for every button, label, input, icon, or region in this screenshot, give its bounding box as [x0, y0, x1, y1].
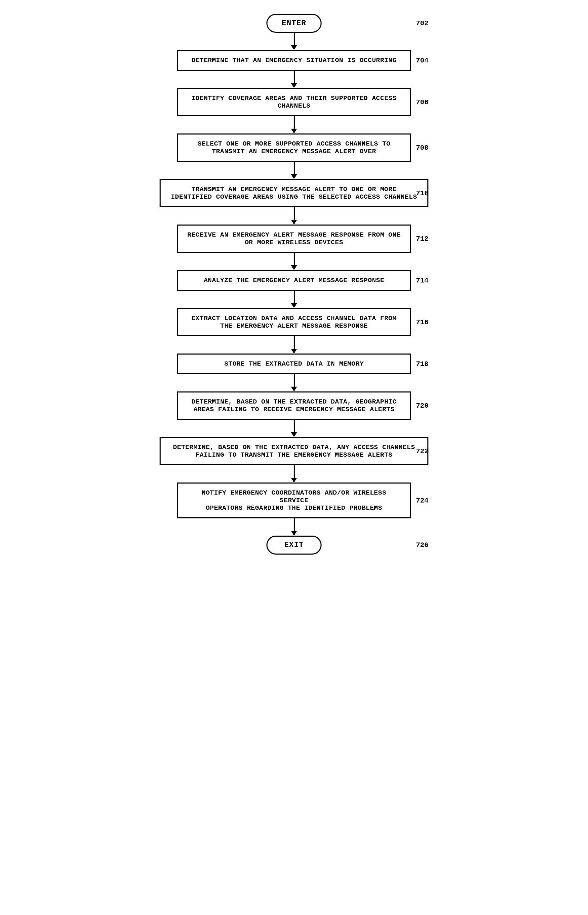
- label-708: 708: [416, 144, 428, 152]
- arrow-4: [291, 162, 297, 179]
- arrow-9: [291, 374, 297, 392]
- node-718: STORE THE EXTRACTED DATA IN MEMORY: [177, 353, 411, 374]
- arrow-6: [291, 253, 297, 270]
- label-712: 712: [416, 235, 428, 243]
- node-712-row: RECEIVE AN EMERGENCY ALERT MESSAGE RESPO…: [139, 225, 449, 253]
- label-718: 718: [416, 360, 428, 368]
- label-722: 722: [416, 447, 428, 455]
- node-720-row: DETERMINE, BASED ON THE EXTRACTED DATA, …: [139, 392, 449, 420]
- arrow-line: [294, 207, 295, 220]
- node-714-row: ANALYZE THE EMERGENCY ALERT MESSAGE RESP…: [139, 270, 449, 291]
- exit-row: EXIT 726: [139, 536, 449, 555]
- arrow-1: [291, 33, 297, 50]
- node-706-row: IDENTIFY COVERAGE AREAS AND THEIR SUPPOR…: [139, 88, 449, 116]
- node-714: ANALYZE THE EMERGENCY ALERT MESSAGE RESP…: [177, 270, 411, 291]
- arrow-2: [291, 71, 297, 88]
- node-718-row: STORE THE EXTRACTED DATA IN MEMORY 718: [139, 353, 449, 374]
- node-716: EXTRACT LOCATION DATA AND ACCESS CHANNEL…: [177, 308, 411, 336]
- arrow-head: [291, 303, 297, 308]
- node-710: TRANSMIT AN EMERGENCY MESSAGE ALERT TO O…: [160, 179, 428, 207]
- arrow-line: [294, 71, 295, 83]
- arrow-head: [291, 129, 297, 133]
- node-708: SELECT ONE OR MORE SUPPORTED ACCESS CHAN…: [177, 133, 411, 162]
- arrow-12: [291, 518, 297, 536]
- arrow-10: [291, 420, 297, 437]
- arrow-8: [291, 336, 297, 353]
- label-720: 720: [416, 402, 428, 410]
- enter-node: ENTER: [267, 14, 321, 33]
- arrow-head: [291, 220, 297, 225]
- arrow-head: [291, 265, 297, 270]
- arrow-line: [294, 253, 295, 265]
- node-722-row: DETERMINE, BASED ON THE EXTRACTED DATA, …: [139, 437, 449, 465]
- arrow-head: [291, 349, 297, 353]
- node-716-row: EXTRACT LOCATION DATA AND ACCESS CHANNEL…: [139, 308, 449, 336]
- arrow-line: [294, 33, 295, 45]
- arrow-3: [291, 116, 297, 133]
- node-720: DETERMINE, BASED ON THE EXTRACTED DATA, …: [177, 392, 411, 420]
- exit-label: 726: [416, 541, 428, 549]
- node-708-row: SELECT ONE OR MORE SUPPORTED ACCESS CHAN…: [139, 133, 449, 162]
- label-724: 724: [416, 497, 428, 505]
- enter-label: 702: [416, 19, 428, 27]
- arrow-7: [291, 291, 297, 308]
- node-724-row: NOTIFY EMERGENCY COORDINATORS AND/OR WIR…: [139, 483, 449, 518]
- enter-row: ENTER 702: [139, 14, 449, 33]
- arrow-line: [294, 336, 295, 349]
- node-712: RECEIVE AN EMERGENCY ALERT MESSAGE RESPO…: [177, 225, 411, 253]
- arrow-line: [294, 162, 295, 174]
- arrow-head: [291, 432, 297, 437]
- node-710-row: TRANSMIT AN EMERGENCY MESSAGE ALERT TO O…: [139, 179, 449, 207]
- node-724: NOTIFY EMERGENCY COORDINATORS AND/OR WIR…: [177, 483, 411, 518]
- arrow-line: [294, 374, 295, 387]
- arrow-head: [291, 478, 297, 483]
- node-706: IDENTIFY COVERAGE AREAS AND THEIR SUPPOR…: [177, 88, 411, 116]
- node-704: DETERMINE THAT AN EMERGENCY SITUATION IS…: [177, 50, 411, 71]
- label-706: 706: [416, 98, 428, 106]
- arrow-line: [294, 465, 295, 478]
- arrow-head: [291, 531, 297, 536]
- label-710: 710: [416, 189, 428, 197]
- flowchart: ENTER 702 DETERMINE THAT AN EMERGENCY SI…: [139, 14, 449, 555]
- arrow-5: [291, 207, 297, 225]
- arrow-line: [294, 420, 295, 432]
- label-714: 714: [416, 277, 428, 285]
- label-716: 716: [416, 318, 428, 326]
- label-704: 704: [416, 57, 428, 65]
- arrow-line: [294, 518, 295, 531]
- arrow-line: [294, 291, 295, 303]
- arrow-11: [291, 465, 297, 483]
- arrow-head: [291, 83, 297, 88]
- exit-node: EXIT: [267, 536, 321, 555]
- node-722: DETERMINE, BASED ON THE EXTRACTED DATA, …: [160, 437, 428, 465]
- arrow-head: [291, 45, 297, 50]
- arrow-head: [291, 387, 297, 392]
- node-704-row: DETERMINE THAT AN EMERGENCY SITUATION IS…: [139, 50, 449, 71]
- arrow-line: [294, 116, 295, 129]
- arrow-head: [291, 174, 297, 179]
